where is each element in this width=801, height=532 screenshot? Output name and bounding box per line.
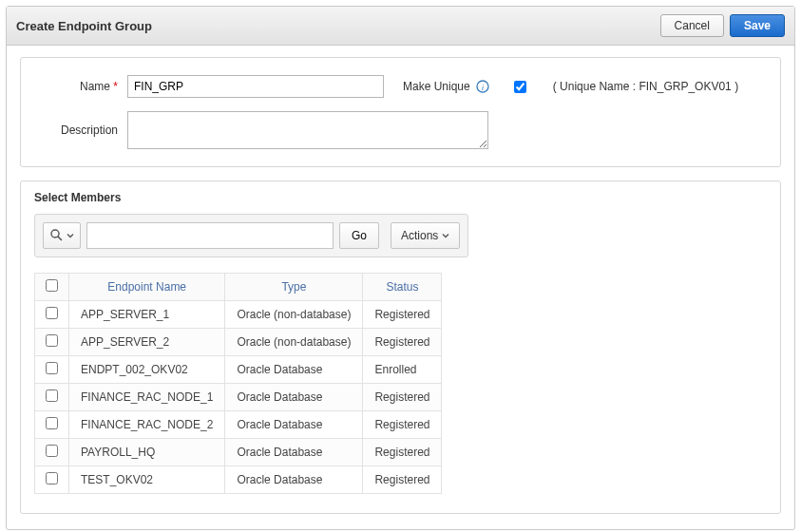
- cell-type: Oracle Database: [225, 466, 363, 494]
- row-checkbox[interactable]: [46, 334, 58, 347]
- row-checkbox[interactable]: [46, 417, 58, 429]
- cell-endpoint-name: FINANCE_RAC_NODE_1: [69, 384, 225, 411]
- row-checkbox[interactable]: [46, 472, 58, 484]
- unique-name-display: ( Unique Name : FIN_GRP_OKV01 ): [553, 80, 738, 93]
- header-buttons: Cancel Save: [660, 14, 785, 37]
- make-unique-checkbox[interactable]: [514, 81, 526, 93]
- row-checkbox[interactable]: [46, 362, 58, 374]
- cancel-button[interactable]: Cancel: [660, 14, 724, 37]
- cell-endpoint-name: ENDPT_002_OKV02: [69, 356, 225, 384]
- cell-endpoint-name: APP_SERVER_2: [69, 329, 225, 356]
- required-asterisk: *: [113, 80, 118, 93]
- name-row: Name * Make Unique i ( Unique Name : FIN…: [32, 75, 769, 98]
- table-row: APP_SERVER_1Oracle (non-database)Registe…: [35, 301, 442, 329]
- row-checkbox-cell: [35, 411, 69, 439]
- cell-endpoint-name: TEST_OKV02: [69, 466, 225, 494]
- cell-status: Registered: [363, 384, 442, 411]
- row-checkbox-cell: [35, 384, 69, 411]
- cell-type: Oracle Database: [225, 411, 363, 439]
- row-checkbox-cell: [35, 301, 69, 329]
- cell-status: Registered: [363, 466, 442, 494]
- actions-button[interactable]: Actions: [391, 222, 460, 249]
- search-input[interactable]: [86, 222, 334, 249]
- row-checkbox-cell: [35, 439, 69, 466]
- page-title: Create Endpoint Group: [16, 19, 152, 33]
- make-unique-wrap: Make Unique i: [403, 80, 526, 93]
- create-endpoint-group-panel: Create Endpoint Group Cancel Save Name *…: [6, 6, 795, 530]
- chevron-down-icon: [67, 229, 74, 242]
- table-row: FINANCE_RAC_NODE_2Oracle DatabaseRegiste…: [35, 411, 442, 439]
- chevron-down-icon: [442, 229, 449, 242]
- svg-text:i: i: [481, 83, 484, 92]
- col-type[interactable]: Type: [225, 274, 363, 301]
- cell-type: Oracle (non-database): [225, 329, 363, 356]
- panel-header: Create Endpoint Group Cancel Save: [7, 7, 794, 46]
- cell-type: Oracle Database: [225, 384, 363, 411]
- search-icon: [49, 228, 63, 244]
- select-all-checkbox[interactable]: [46, 279, 58, 292]
- row-checkbox-cell: [35, 466, 69, 494]
- cell-status: Registered: [363, 439, 442, 466]
- panel-body: Name * Make Unique i ( Unique Name : FIN…: [7, 46, 794, 529]
- table-row: PAYROLL_HQOracle DatabaseRegistered: [35, 439, 442, 466]
- table-header-row: Endpoint Name Type Status: [35, 274, 442, 301]
- search-bar: Go Actions: [34, 214, 468, 257]
- save-button[interactable]: Save: [730, 14, 785, 37]
- table-row: APP_SERVER_2Oracle (non-database)Registe…: [35, 329, 442, 356]
- table-row: FINANCE_RAC_NODE_1Oracle DatabaseRegiste…: [35, 384, 442, 411]
- row-checkbox-cell: [35, 356, 69, 384]
- select-members-section: Select Members Go Actions: [20, 180, 781, 514]
- info-icon[interactable]: i: [476, 80, 489, 93]
- go-button[interactable]: Go: [339, 222, 379, 249]
- description-input[interactable]: [127, 111, 488, 149]
- cell-status: Enrolled: [363, 356, 442, 384]
- description-row: Description: [32, 111, 769, 149]
- col-endpoint-name[interactable]: Endpoint Name: [69, 274, 225, 301]
- row-checkbox[interactable]: [46, 307, 58, 319]
- cell-status: Registered: [363, 411, 442, 439]
- table-row: ENDPT_002_OKV02Oracle DatabaseEnrolled: [35, 356, 442, 384]
- row-checkbox-cell: [35, 329, 69, 356]
- cell-type: Oracle Database: [225, 356, 363, 384]
- row-checkbox[interactable]: [46, 390, 58, 402]
- make-unique-label: Make Unique: [403, 80, 470, 93]
- cell-status: Registered: [363, 329, 442, 356]
- cell-type: Oracle (non-database): [225, 301, 363, 329]
- name-input[interactable]: [127, 75, 384, 98]
- cell-type: Oracle Database: [225, 439, 363, 466]
- search-dropdown[interactable]: [43, 222, 81, 249]
- select-all-header: [35, 274, 69, 301]
- cell-endpoint-name: APP_SERVER_1: [69, 301, 225, 329]
- svg-line-3: [58, 237, 62, 240]
- col-status[interactable]: Status: [363, 274, 442, 301]
- members-table: Endpoint Name Type Status APP_SERVER_1Or…: [34, 273, 442, 494]
- basic-info-section: Name * Make Unique i ( Unique Name : FIN…: [20, 57, 781, 167]
- name-label: Name *: [32, 80, 127, 93]
- table-row: TEST_OKV02Oracle DatabaseRegistered: [35, 466, 442, 494]
- cell-endpoint-name: PAYROLL_HQ: [69, 439, 225, 466]
- description-label: Description: [32, 124, 127, 137]
- cell-endpoint-name: FINANCE_RAC_NODE_2: [69, 411, 225, 439]
- cell-status: Registered: [363, 301, 442, 329]
- select-members-title: Select Members: [34, 191, 767, 204]
- row-checkbox[interactable]: [46, 445, 58, 457]
